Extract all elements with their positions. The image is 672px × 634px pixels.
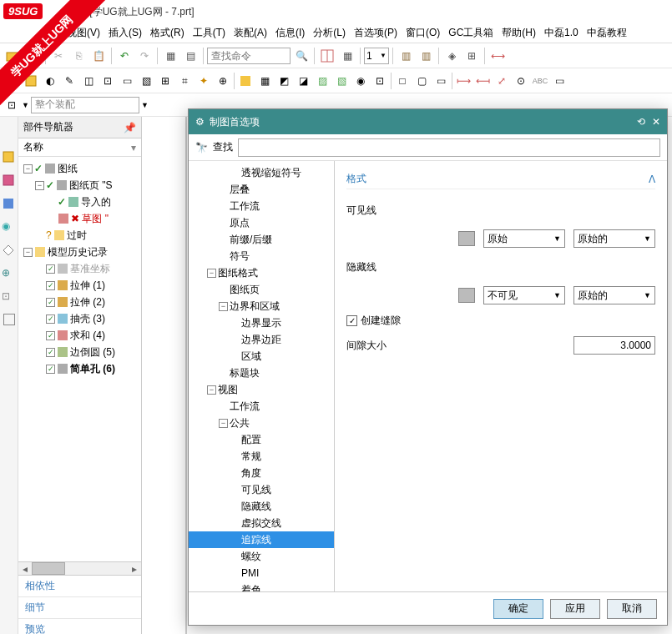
- tree-row[interactable]: ✓拉伸 (1): [20, 277, 139, 294]
- checkbox[interactable]: ✓: [46, 348, 55, 357]
- expand-icon[interactable]: −: [35, 181, 44, 190]
- view-icon-1[interactable]: [237, 73, 254, 89]
- copy-icon[interactable]: ⎘: [69, 47, 88, 65]
- menu-help[interactable]: 帮助(H): [498, 24, 539, 42]
- menu-analyze[interactable]: 分析(L): [310, 24, 349, 42]
- assembly-dropdown[interactable]: [31, 97, 139, 113]
- db-icon-2[interactable]: ▥: [417, 47, 435, 65]
- gap-size-input[interactable]: [573, 336, 655, 355]
- category-row[interactable]: 工作流: [189, 398, 334, 415]
- hidden-width-select[interactable]: 原始的▼: [573, 286, 655, 304]
- box-icon-1[interactable]: □: [394, 73, 411, 89]
- category-row[interactable]: 原点: [189, 214, 334, 231]
- visible-font-select[interactable]: 原始▼: [483, 229, 565, 248]
- category-row[interactable]: 符号: [189, 248, 334, 264]
- category-row[interactable]: −图纸格式: [189, 264, 334, 281]
- panel-dependency[interactable]: 相依性: [18, 576, 141, 597]
- tree-row[interactable]: ✓导入的: [20, 194, 139, 210]
- tree-row[interactable]: −模型历史记录: [20, 244, 139, 260]
- save-icon[interactable]: [23, 47, 42, 65]
- hidden-font-select[interactable]: 不可见▼: [483, 286, 565, 304]
- tree-row[interactable]: ✓求和 (4): [20, 327, 139, 344]
- category-row[interactable]: 标题块: [189, 365, 334, 381]
- view-icon-4[interactable]: ◪: [295, 73, 311, 89]
- category-row[interactable]: 层叠: [189, 181, 334, 198]
- ok-button[interactable]: 确定: [493, 599, 543, 619]
- category-row[interactable]: 常规: [189, 448, 334, 465]
- tree-row[interactable]: ✖ 草图 ": [20, 210, 139, 227]
- tree-row[interactable]: −✓图纸: [20, 160, 139, 177]
- grid-icon[interactable]: ▦: [338, 47, 356, 65]
- dim-icon-2[interactable]: ⟻: [474, 73, 491, 89]
- tool-icon-2[interactable]: ▤: [181, 47, 200, 65]
- category-row[interactable]: 虚拟交线: [189, 515, 334, 531]
- sel-icon-1[interactable]: ⊡: [3, 97, 20, 113]
- cancel-button[interactable]: 取消: [607, 599, 657, 619]
- dim-icon-1[interactable]: ⟼: [455, 73, 472, 89]
- draft-icon-8[interactable]: ▧: [138, 73, 154, 89]
- undo-icon[interactable]: ↶: [115, 47, 134, 65]
- category-row[interactable]: 可见线: [189, 481, 334, 498]
- expand-icon[interactable]: −: [23, 164, 33, 174]
- draft-icon-11[interactable]: ✦: [195, 73, 212, 89]
- tab-history[interactable]: ⊡: [2, 290, 17, 305]
- open-icon[interactable]: [3, 47, 22, 65]
- menu-preferences[interactable]: 首选项(P): [351, 24, 401, 42]
- box-icon-3[interactable]: ▭: [432, 73, 449, 89]
- draft-icon-5[interactable]: ◫: [80, 73, 97, 89]
- scale-dropdown[interactable]: 1▼: [364, 48, 389, 64]
- category-row[interactable]: 螺纹: [189, 548, 334, 565]
- category-row[interactable]: 追踪线: [189, 531, 334, 548]
- chevron-down-icon[interactable]: ▼: [22, 101, 29, 109]
- expand-icon[interactable]: −: [207, 269, 216, 278]
- horizontal-scrollbar[interactable]: ◂▸: [18, 561, 141, 575]
- view-icon-8[interactable]: ⊡: [371, 73, 388, 89]
- category-row[interactable]: 隐藏线: [189, 498, 334, 515]
- misc-icon-2[interactable]: ⊞: [462, 47, 481, 65]
- panel-preview[interactable]: 预览: [18, 619, 141, 634]
- tab-assembly-navigator[interactable]: [2, 174, 17, 189]
- tree-row[interactable]: ?过时: [20, 227, 139, 244]
- dialog-search-input[interactable]: [238, 138, 660, 157]
- menu-zl1[interactable]: 中磊1.0: [541, 24, 582, 42]
- draft-icon-1[interactable]: [3, 73, 20, 89]
- draft-icon-3[interactable]: ◐: [42, 73, 58, 89]
- expand-icon[interactable]: −: [23, 248, 33, 257]
- category-row[interactable]: 角度: [189, 465, 334, 481]
- dim-icon-5[interactable]: ▭: [551, 73, 568, 89]
- paste-icon[interactable]: 📋: [89, 47, 108, 65]
- chevron-down-icon-2[interactable]: ▼: [141, 101, 149, 109]
- menu-tools[interactable]: 工具(T): [189, 24, 229, 42]
- apply-button[interactable]: 应用: [550, 599, 600, 619]
- db-icon-1[interactable]: ▥: [397, 47, 415, 65]
- menu-assembly[interactable]: 装配(A): [230, 24, 270, 42]
- category-row[interactable]: 边界显示: [189, 314, 334, 331]
- abc-icon[interactable]: ABC: [532, 73, 548, 89]
- tab-hd3d[interactable]: [2, 244, 17, 259]
- visible-width-select[interactable]: 原始的▼: [573, 229, 655, 248]
- category-row[interactable]: 图纸页: [189, 281, 334, 298]
- checkbox[interactable]: ✓: [46, 298, 55, 307]
- view-icon-2[interactable]: ▦: [256, 73, 273, 89]
- checkbox[interactable]: ✓: [46, 365, 55, 374]
- menu-zl2[interactable]: 中磊教程: [584, 24, 630, 42]
- category-row[interactable]: 配置: [189, 431, 334, 448]
- create-gap-checkbox[interactable]: ✓: [346, 315, 357, 326]
- dim-icon[interactable]: ⟷: [488, 47, 507, 65]
- expand-icon[interactable]: −: [207, 385, 216, 395]
- menu-insert[interactable]: 插入(S): [105, 24, 145, 42]
- view-icon-7[interactable]: ◉: [352, 73, 369, 89]
- category-row[interactable]: 工作流: [189, 198, 334, 214]
- draft-icon-6[interactable]: ⊡: [99, 73, 116, 89]
- tree-row[interactable]: ✓基准坐标: [20, 260, 139, 277]
- collapse-icon[interactable]: ᐱ: [649, 174, 655, 185]
- tab-roles[interactable]: [3, 314, 15, 325]
- pin-icon[interactable]: 📌: [124, 122, 136, 133]
- category-row[interactable]: −边界和区域: [189, 298, 334, 314]
- tab-constraint[interactable]: [2, 197, 17, 212]
- search-icon[interactable]: 🔍: [292, 47, 311, 65]
- view-icon-6[interactable]: ▧: [333, 73, 350, 89]
- hidden-color-swatch[interactable]: [458, 288, 475, 303]
- draft-icon-10[interactable]: ⌗: [176, 73, 193, 89]
- visible-color-swatch[interactable]: [458, 231, 475, 246]
